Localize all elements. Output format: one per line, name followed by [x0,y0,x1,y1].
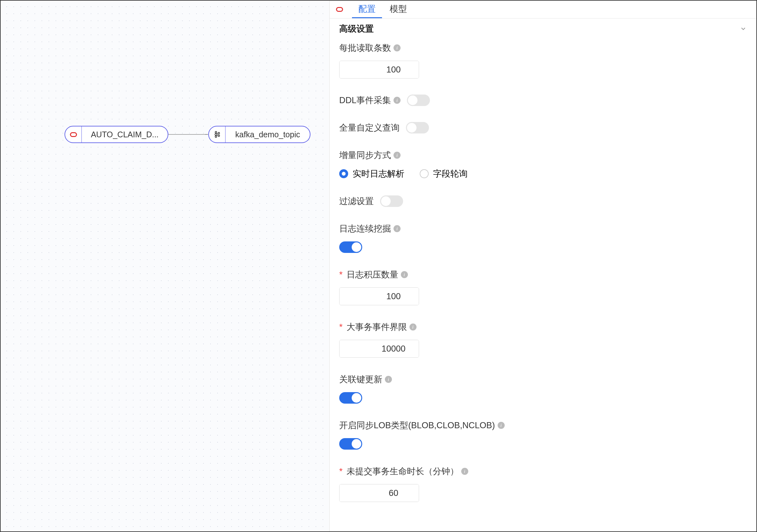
field-full-custom-query: 全量自定义查询 [339,122,747,133]
label-text: 日志连续挖掘 [339,223,391,234]
field-lob-sync: 开启同步LOB类型(BLOB,CLOB,NCLOB) i [339,420,747,450]
required-star-icon: * [339,270,343,280]
info-icon[interactable]: i [394,225,401,232]
label-text: 大事务事件界限 [347,321,407,333]
filter-settings-toggle[interactable] [380,195,403,207]
info-icon[interactable]: i [498,422,505,429]
chevron-down-icon [740,25,747,32]
section-title: 高级设置 [339,23,374,35]
info-icon[interactable]: i [385,376,392,383]
uncommitted-tx-life-stepper[interactable] [339,484,419,502]
batch-read-input[interactable] [340,61,419,78]
section-header-advanced[interactable]: 高级设置 [330,18,756,39]
label-text: 每批读取条数 [339,42,391,54]
node-label: AUTO_CLAIM_D... [82,130,168,139]
uncommitted-tx-life-input[interactable] [340,485,419,502]
required-star-icon: * [339,466,343,476]
kafka-icon [209,127,226,142]
radio-unchecked-icon [420,169,429,178]
field-uncommitted-tx-life: * 未提交事务生命时长（分钟） i [339,465,747,502]
info-icon[interactable]: i [394,97,401,104]
canvas-node-target[interactable]: kafka_demo_topic [208,126,311,143]
batch-read-stepper[interactable] [339,61,419,78]
field-log-backlog: * 日志积压数量 i [339,269,747,305]
panel-header: 配置 模型 [330,1,756,18]
field-ddl-collect: DDL事件采集 i [339,95,747,106]
connection-arrow [168,134,208,135]
config-panel: 配置 模型 高级设置 每批读取条数 i [330,1,756,531]
log-backlog-stepper[interactable] [339,287,419,305]
big-tx-limit-stepper[interactable] [339,340,419,358]
oracle-icon [336,7,343,12]
ddl-collect-toggle[interactable] [407,95,430,106]
node-label: kafka_demo_topic [226,130,310,139]
radio-field-polling[interactable]: 字段轮询 [420,168,468,179]
workflow-canvas[interactable]: AUTO_CLAIM_D... kafka_demo_ [1,1,330,531]
svg-point-3 [215,133,217,135]
field-batch-read: 每批读取条数 i [339,42,747,78]
full-custom-query-toggle[interactable] [406,122,429,133]
radio-checked-icon [339,169,348,178]
field-log-mining: 日志连续挖掘 i [339,223,747,253]
svg-marker-1 [205,134,208,135]
required-star-icon: * [339,322,343,332]
big-tx-limit-input[interactable] [340,340,419,357]
lob-sync-toggle[interactable] [339,438,362,450]
field-related-key-update: 关联键更新 i [339,373,747,404]
related-key-update-toggle[interactable] [339,392,362,404]
tab-model[interactable]: 模型 [383,1,413,18]
label-text: 全量自定义查询 [339,122,400,133]
svg-point-4 [215,136,217,138]
info-icon[interactable]: i [461,468,468,475]
label-text: DDL事件采集 [339,95,391,106]
radio-label: 字段轮询 [433,168,468,179]
label-text: 日志积压数量 [347,269,398,281]
radio-realtime-log[interactable]: 实时日志解析 [339,168,404,179]
oracle-icon [65,127,82,142]
info-icon[interactable]: i [394,152,401,159]
field-filter-settings: 过滤设置 [339,195,747,207]
label-text: 开启同步LOB类型(BLOB,CLOB,NCLOB) [339,420,495,431]
field-incr-sync-mode: 增量同步方式 i 实时日志解析 字段轮询 [339,149,747,179]
log-mining-toggle[interactable] [339,241,362,253]
info-icon[interactable]: i [394,44,401,51]
label-text: 未提交事务生命时长（分钟） [347,465,459,477]
svg-point-2 [215,132,217,133]
label-text: 关联键更新 [339,373,382,385]
label-text: 增量同步方式 [339,149,391,161]
svg-line-9 [217,133,218,134]
info-icon[interactable]: i [401,271,408,278]
field-big-tx-limit: * 大事务事件界限 i [339,321,747,358]
svg-line-10 [217,135,218,136]
radio-label: 实时日志解析 [353,168,404,179]
label-text: 过滤设置 [339,195,374,207]
info-icon[interactable]: i [409,323,416,331]
canvas-node-source[interactable]: AUTO_CLAIM_D... [65,126,168,143]
tab-config[interactable]: 配置 [352,1,382,18]
log-backlog-input[interactable] [340,288,419,305]
